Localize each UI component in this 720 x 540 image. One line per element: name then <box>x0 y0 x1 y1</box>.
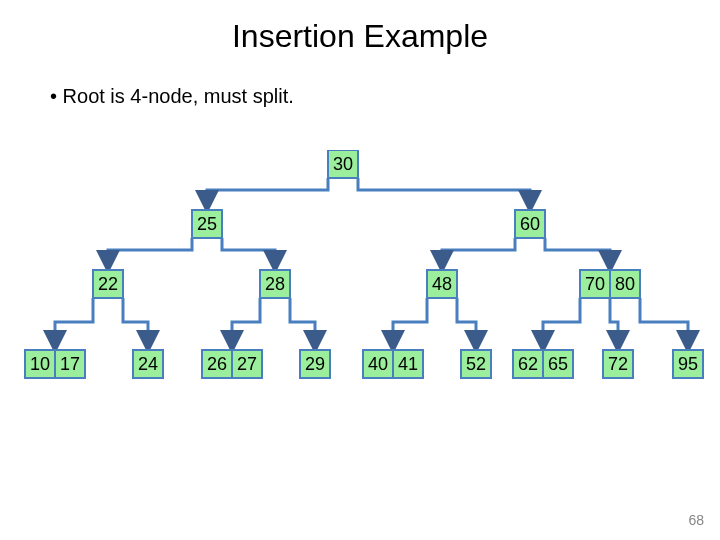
node-leaf-8: 95 <box>673 350 703 378</box>
node-leaf-2: 26 27 <box>202 350 262 378</box>
svg-text:22: 22 <box>98 274 118 294</box>
node-level2-2: 48 <box>427 270 457 298</box>
node-root: 30 <box>328 150 358 178</box>
node-level2-1: 28 <box>260 270 290 298</box>
page-number: 68 <box>688 512 704 528</box>
svg-text:80: 80 <box>615 274 635 294</box>
svg-text:27: 27 <box>237 354 257 374</box>
node-leaf-4: 40 41 <box>363 350 423 378</box>
svg-text:40: 40 <box>368 354 388 374</box>
svg-text:60: 60 <box>520 214 540 234</box>
svg-text:26: 26 <box>207 354 227 374</box>
svg-text:10: 10 <box>30 354 50 374</box>
bullet-text: Root is 4-node, must split. <box>50 85 720 108</box>
slide-title: Insertion Example <box>0 18 720 55</box>
svg-text:95: 95 <box>678 354 698 374</box>
svg-text:17: 17 <box>60 354 80 374</box>
svg-text:29: 29 <box>305 354 325 374</box>
svg-text:41: 41 <box>398 354 418 374</box>
svg-text:25: 25 <box>197 214 217 234</box>
svg-text:28: 28 <box>265 274 285 294</box>
node-level2-3: 70 80 <box>580 270 640 298</box>
svg-text:24: 24 <box>138 354 158 374</box>
svg-text:70: 70 <box>585 274 605 294</box>
node-leaf-1: 24 <box>133 350 163 378</box>
node-level2-0: 22 <box>93 270 123 298</box>
svg-text:65: 65 <box>548 354 568 374</box>
node-leaf-7: 72 <box>603 350 633 378</box>
svg-text:48: 48 <box>432 274 452 294</box>
node-leaf-3: 29 <box>300 350 330 378</box>
svg-text:62: 62 <box>518 354 538 374</box>
svg-text:72: 72 <box>608 354 628 374</box>
svg-text:52: 52 <box>466 354 486 374</box>
node-leaf-0: 10 17 <box>25 350 85 378</box>
node-leaf-5: 52 <box>461 350 491 378</box>
node-leaf-6: 62 65 <box>513 350 573 378</box>
node-level1-right: 60 <box>515 210 545 238</box>
tree-diagram: 30 25 60 22 28 48 70 80 10 17 24 <box>0 150 720 450</box>
svg-text:30: 30 <box>333 154 353 174</box>
node-level1-left: 25 <box>192 210 222 238</box>
